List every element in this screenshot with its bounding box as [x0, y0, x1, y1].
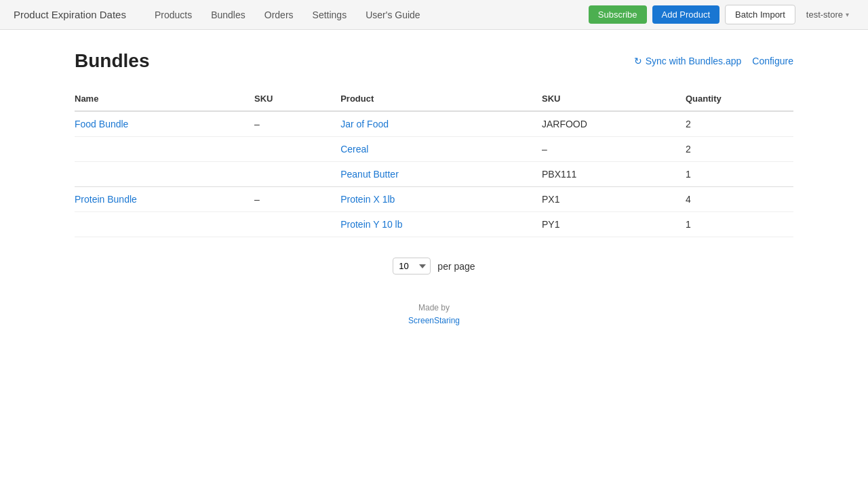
product-name-link[interactable]: Peanut Butter [340, 169, 399, 180]
page-title: Bundles [75, 50, 149, 72]
col-header-product: Product [340, 88, 542, 111]
bundles-table: Name SKU Product SKU Quantity Food Bundl… [75, 88, 793, 237]
table-row: Cereal–2 [75, 137, 793, 162]
col-header-sku-bundle: SKU [254, 88, 340, 111]
product-name-cell: Protein X 1lb [340, 187, 542, 212]
nav-link-orders[interactable]: Orders [256, 0, 302, 30]
sync-icon: ↻ [634, 56, 642, 66]
table-header-row: Name SKU Product SKU Quantity [75, 88, 793, 111]
product-quantity-cell: 2 [686, 111, 793, 137]
main-content: Bundles ↻ Sync with Bundles.app Configur… [61, 30, 807, 348]
sync-label: Sync with Bundles.app [646, 56, 742, 66]
col-header-name: Name [75, 88, 254, 111]
table-body: Food Bundle–Jar of FoodJARFOOD2Cereal–2P… [75, 111, 793, 237]
per-page-select[interactable]: 102550100 [393, 258, 431, 274]
made-by-text: Made by [418, 303, 450, 312]
bundle-sku-cell: – [254, 111, 340, 137]
add-product-button[interactable]: Add Product [652, 5, 720, 24]
col-header-quantity: Quantity [686, 88, 793, 111]
product-quantity-cell: 2 [686, 137, 793, 162]
nav-link-settings[interactable]: Settings [304, 0, 355, 30]
product-name-cell: Protein Y 10 lb [340, 212, 542, 237]
bundle-sku-cell [254, 137, 340, 162]
bundle-name-link[interactable]: Protein Bundle [75, 194, 137, 205]
table-row: Protein Bundle–Protein X 1lbPX14 [75, 187, 793, 212]
product-quantity-cell: 1 [686, 212, 793, 237]
product-sku-cell: PBX111 [542, 162, 686, 187]
product-sku-cell: PX1 [542, 187, 686, 212]
product-name-cell: Peanut Butter [340, 162, 542, 187]
product-name-link[interactable]: Protein X 1lb [340, 194, 395, 205]
nav-link-bundles[interactable]: Bundles [203, 0, 254, 30]
bundle-sku-cell [254, 212, 340, 237]
product-quantity-cell: 4 [686, 187, 793, 212]
bundle-name-cell [75, 162, 254, 187]
main-nav: Products Bundles Orders Settings User's … [146, 0, 589, 30]
footer: Made by ScreenStaring [75, 302, 793, 327]
per-page-label: per page [437, 261, 475, 272]
bundle-name-link[interactable]: Food Bundle [75, 119, 128, 129]
navbar-actions: Subscribe Add Product Batch Import test-… [589, 5, 854, 24]
bundle-name-cell: Food Bundle [75, 111, 254, 137]
table-row: Peanut ButterPBX1111 [75, 162, 793, 187]
product-quantity-cell: 1 [686, 162, 793, 187]
col-header-sku-product: SKU [542, 88, 686, 111]
bundle-name-cell [75, 212, 254, 237]
store-dropdown[interactable]: test-store ▾ [801, 7, 854, 22]
batch-import-button[interactable]: Batch Import [725, 5, 795, 24]
table-row: Protein Y 10 lbPY11 [75, 212, 793, 237]
product-sku-cell: PY1 [542, 212, 686, 237]
product-name-cell: Cereal [340, 137, 542, 162]
product-name-link[interactable]: Jar of Food [340, 119, 389, 129]
pagination-row: 102550100 per page [75, 258, 793, 274]
page-header: Bundles ↻ Sync with Bundles.app Configur… [75, 50, 793, 72]
nav-link-guide[interactable]: User's Guide [357, 0, 428, 30]
app-brand: Product Expiration Dates [14, 9, 126, 20]
navbar: Product Expiration Dates Products Bundle… [0, 0, 868, 30]
bundle-name-cell: Protein Bundle [75, 187, 254, 212]
configure-link[interactable]: Configure [752, 56, 793, 66]
bundle-sku-cell: – [254, 187, 340, 212]
product-name-cell: Jar of Food [340, 111, 542, 137]
bundle-sku-cell [254, 162, 340, 187]
table-row: Food Bundle–Jar of FoodJARFOOD2 [75, 111, 793, 137]
sync-bundles-link[interactable]: ↻ Sync with Bundles.app [634, 56, 742, 66]
store-name: test-store [806, 9, 843, 20]
product-name-link[interactable]: Protein Y 10 lb [340, 219, 402, 230]
product-sku-cell: – [542, 137, 686, 162]
subscribe-button[interactable]: Subscribe [589, 5, 647, 24]
page-actions: ↻ Sync with Bundles.app Configure [634, 56, 793, 66]
nav-link-products[interactable]: Products [146, 0, 200, 30]
bundle-name-cell [75, 137, 254, 162]
product-name-link[interactable]: Cereal [340, 144, 368, 155]
company-link[interactable]: ScreenStaring [408, 316, 460, 325]
table-head: Name SKU Product SKU Quantity [75, 88, 793, 111]
product-sku-cell: JARFOOD [542, 111, 686, 137]
chevron-down-icon: ▾ [846, 11, 849, 18]
